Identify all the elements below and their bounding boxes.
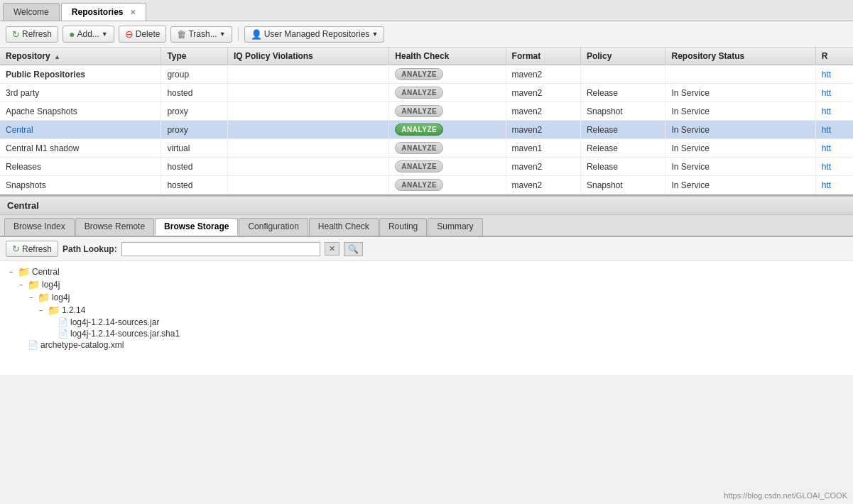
path-lookup-bar: ↻ Refresh Path Lookup: ✕ 🔍 (0, 237, 853, 261)
main-toolbar: ↻ Refresh ● Add... ▼ ⊖ Delete 🗑 Trash...… (0, 21, 853, 48)
table-body: Public Repositories group ANALYZE maven2… (0, 65, 853, 195)
refresh-icon: ↻ (12, 29, 20, 40)
add-icon: ● (69, 28, 75, 40)
user-icon: 👤 (251, 29, 262, 40)
file-icon: 📄 (58, 329, 68, 339)
table-row[interactable]: Releases hosted ANALYZE maven2 Release I… (0, 158, 853, 176)
col-repo-status[interactable]: Repository Status (665, 48, 815, 65)
col-iq-policy[interactable]: IQ Policy Violations (227, 48, 389, 65)
tree-folder-item[interactable]: −📁1.2.14 (7, 304, 846, 317)
tree-item-label: log4j (52, 292, 70, 302)
table-header-row: Repository ▲ Type IQ Policy Violations H… (0, 48, 853, 65)
add-button[interactable]: ● Add... ▼ (63, 26, 114, 43)
user-managed-button[interactable]: 👤 User Managed Repositories ▼ (244, 26, 385, 43)
repository-table: Repository ▲ Type IQ Policy Violations H… (0, 48, 853, 195)
col-repository[interactable]: Repository ▲ (0, 48, 161, 65)
tree-item-label: archetype-catalog.xml (40, 340, 124, 350)
tree-item-label: log4j-1.2.14-sources.jar (70, 317, 159, 327)
tree-item-label: log4j-1.2.14-sources.jar.sha1 (70, 329, 180, 339)
sub-tab-routing[interactable]: Routing (379, 218, 427, 236)
col-health-check[interactable]: Health Check (389, 48, 506, 65)
file-icon: 📄 (28, 340, 38, 350)
col-format[interactable]: Format (506, 48, 580, 65)
tree-folder-item[interactable]: −📁log4j (7, 278, 846, 291)
sub-tab-summary[interactable]: Summary (428, 218, 482, 236)
folder-icon: 📁 (18, 266, 30, 278)
table-row[interactable]: Public Repositories group ANALYZE maven2… (0, 65, 853, 84)
path-search-button[interactable]: 🔍 (344, 242, 363, 256)
tree-file-item[interactable]: 📄log4j-1.2.14-sources.jar.sha1 (7, 328, 846, 339)
repository-table-section: Repository ▲ Type IQ Policy Violations H… (0, 48, 853, 196)
add-dropdown-icon: ▼ (102, 31, 108, 38)
sub-tab-bar: Browse Index Browse Remote Browse Storag… (0, 215, 853, 237)
table-row[interactable]: Snapshots hosted ANALYZE maven2 Snapshot… (0, 176, 853, 195)
path-refresh-button[interactable]: ↻ Refresh (6, 241, 58, 257)
table-row[interactable]: Apache Snapshots proxy ANALYZE maven2 Sn… (0, 102, 853, 121)
tree-item-label: Central (32, 267, 60, 277)
top-tab-bar: Welcome Repositories ✕ (0, 0, 853, 21)
path-lookup-input[interactable] (121, 242, 320, 256)
tree-toggle-icon[interactable]: − (37, 307, 45, 314)
path-refresh-icon: ↻ (12, 243, 20, 254)
tree-toggle-icon[interactable]: − (17, 281, 26, 289)
tree-toggle-icon[interactable]: − (27, 294, 36, 302)
tree-folder-item[interactable]: −📁log4j (7, 291, 846, 304)
folder-icon: 📁 (48, 305, 60, 316)
sub-tab-browse-index[interactable]: Browse Index (4, 218, 75, 236)
tree-file-item[interactable]: 📄log4j-1.2.14-sources.jar (7, 317, 846, 328)
path-clear-button[interactable]: ✕ (325, 242, 339, 256)
folder-icon: 📁 (28, 279, 40, 290)
sub-tab-configuration[interactable]: Configuration (239, 218, 308, 236)
tree-toggle-icon[interactable]: − (7, 268, 16, 276)
col-type[interactable]: Type (161, 48, 228, 65)
tree-item-label: 1.2.14 (62, 305, 85, 315)
file-tree: −📁Central−📁log4j−📁log4j−📁1.2.14📄log4j-1.… (0, 261, 853, 375)
file-icon: 📄 (58, 317, 68, 327)
delete-button[interactable]: ⊖ Delete (119, 26, 167, 43)
trash-button[interactable]: 🗑 Trash... ▼ (170, 26, 232, 43)
path-lookup-label: Path Lookup: (63, 244, 117, 254)
sub-tab-browse-storage[interactable]: Browse Storage (155, 218, 238, 236)
trash-dropdown-icon: ▼ (219, 31, 226, 38)
trash-icon: 🗑 (177, 29, 186, 40)
toolbar-separator (238, 27, 239, 41)
tree-item-label: log4j (42, 280, 60, 290)
bottom-panel-title: Central (0, 196, 853, 215)
table-row[interactable]: 3rd party hosted ANALYZE maven2 Release … (0, 84, 853, 102)
delete-icon: ⊖ (125, 28, 134, 40)
sort-icon: ▲ (54, 53, 60, 60)
refresh-button[interactable]: ↻ Refresh (6, 26, 58, 43)
table-row[interactable]: Central M1 shadow virtual ANALYZE maven1… (0, 139, 853, 158)
table-row[interactable]: Central proxy ANALYZE maven2 Release In … (0, 121, 853, 139)
tab-repositories[interactable]: Repositories ✕ (61, 3, 146, 21)
col-policy[interactable]: Policy (580, 48, 665, 65)
bottom-panel: Central Browse Index Browse Remote Brows… (0, 196, 853, 375)
user-managed-dropdown-icon: ▼ (371, 31, 378, 38)
close-tab-icon[interactable]: ✕ (130, 9, 136, 16)
tab-welcome[interactable]: Welcome (3, 3, 60, 21)
tree-folder-item[interactable]: −📁Central (7, 265, 846, 278)
sub-tab-browse-remote[interactable]: Browse Remote (75, 218, 154, 236)
sub-tab-health-check[interactable]: Health Check (309, 218, 379, 236)
tree-file-item[interactable]: 📄archetype-catalog.xml (7, 339, 846, 351)
folder-icon: 📁 (38, 292, 50, 303)
col-repo-path[interactable]: R (815, 48, 853, 65)
